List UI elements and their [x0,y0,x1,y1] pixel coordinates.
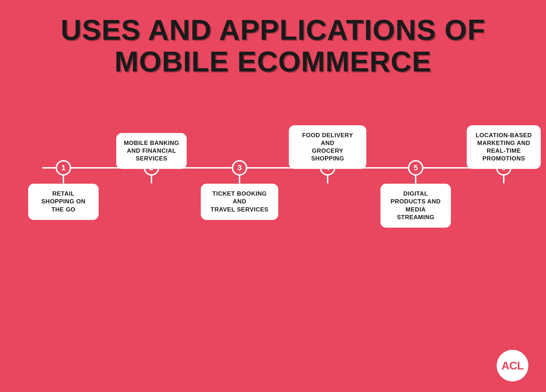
timeline-line [42,167,504,169]
card-food-delivery: FOOD DELIVERY ANDGROCERY SHOPPING [289,125,366,169]
node-5: 5 [408,160,423,176]
card-digital-products: DIGITALPRODUCTS ANDMEDIASTREAMING [380,184,451,227]
card-retail-shopping: RETAIL SHOPPING ONTHE GO [28,184,99,220]
title-line1: USES AND APPLICATIONS OF [0,14,546,46]
timeline-section: 1 2 3 4 5 6 MOBILE BANKINGAND FINANCIALS… [21,99,525,253]
title-section: USES AND APPLICATIONS OF MOBILE ECOMMERC… [0,0,546,84]
title-line2: MOBILE ECOMMERCE [0,46,546,77]
card-mobile-banking: MOBILE BANKINGAND FINANCIALSERVICES [116,133,187,169]
acl-logo: ACL [497,350,528,381]
node-1: 1 [56,160,71,176]
node-3: 3 [232,160,247,176]
main-title: USES AND APPLICATIONS OF MOBILE ECOMMERC… [0,14,546,77]
acl-logo-text: ACL [502,359,524,372]
card-location-marketing: LOCATION-BASEDMARKETING ANDREAL-TIMEPROM… [467,125,541,169]
card-ticket-booking: TICKET BOOKING ANDTRAVEL SERVICES [201,184,278,220]
